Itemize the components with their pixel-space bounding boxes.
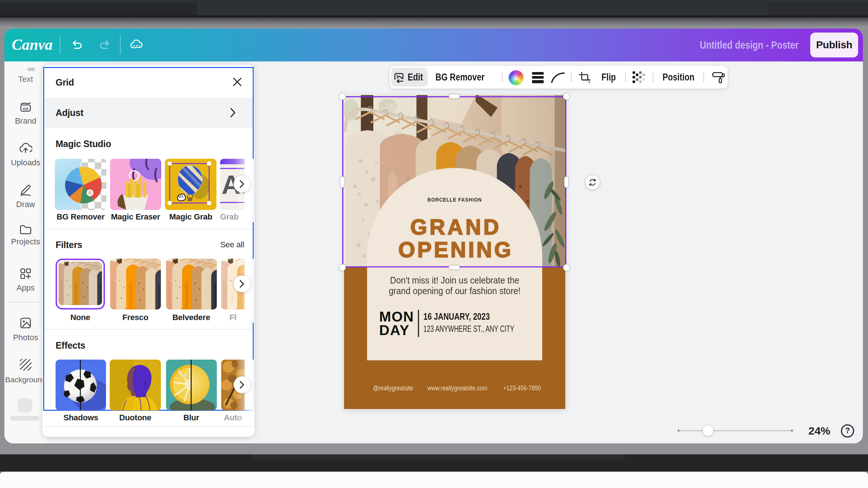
svg-text:co: co bbox=[23, 106, 29, 111]
